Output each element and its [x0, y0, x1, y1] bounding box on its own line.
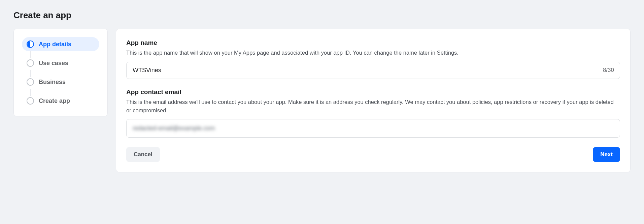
app-name-input[interactable] [126, 62, 620, 79]
char-counter: 8/30 [603, 67, 614, 74]
contact-email-value: redacted-email@example.com [133, 124, 614, 133]
step-app-details[interactable]: App details [22, 37, 99, 51]
contact-email-title: App contact email [126, 88, 620, 96]
step-label: Use cases [39, 60, 68, 67]
cancel-button[interactable]: Cancel [126, 147, 160, 162]
contact-email-group: App contact email This is the email addr… [126, 88, 620, 138]
main-panel: App name This is the app name that will … [116, 29, 631, 172]
half-circle-icon [27, 40, 34, 48]
empty-circle-icon [27, 78, 34, 86]
step-label: Business [39, 79, 66, 86]
app-name-input-wrap: 8/30 [126, 62, 620, 79]
contact-email-input[interactable]: redacted-email@example.com [126, 119, 620, 138]
page-title: Create an app [13, 10, 631, 21]
button-row: Cancel Next [126, 147, 620, 162]
step-label: App details [39, 41, 71, 48]
step-use-cases[interactable]: Use cases [22, 56, 99, 70]
app-name-group: App name This is the app name that will … [126, 39, 620, 79]
next-button[interactable]: Next [593, 147, 620, 162]
steps-sidebar: App details Use cases Business Create ap… [13, 29, 108, 116]
step-label: Create app [39, 97, 70, 105]
app-name-description: This is the app name that will show on y… [126, 49, 620, 57]
app-name-title: App name [126, 39, 620, 47]
content-wrap: App details Use cases Business Create ap… [13, 29, 631, 172]
empty-circle-icon [27, 59, 34, 67]
contact-email-description: This is the email address we'll use to c… [126, 98, 620, 115]
empty-circle-icon [27, 97, 34, 105]
step-business[interactable]: Business [22, 75, 99, 89]
step-create-app[interactable]: Create app [22, 94, 99, 108]
